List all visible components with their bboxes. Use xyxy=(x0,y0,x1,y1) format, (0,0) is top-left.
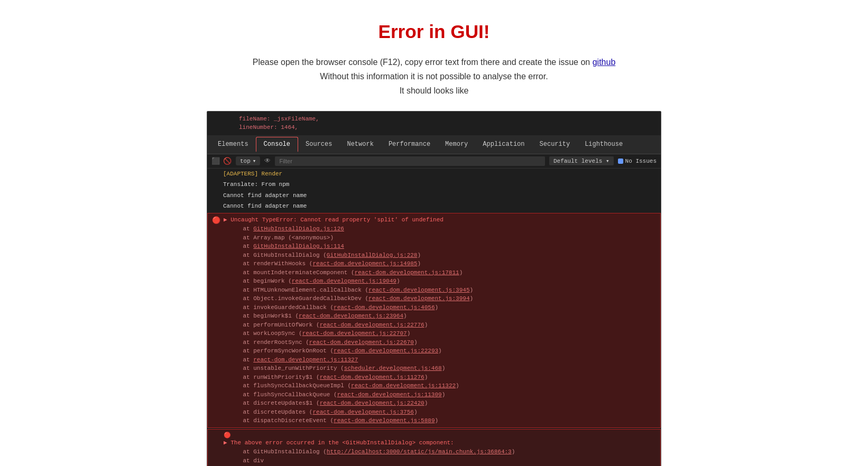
devtools-screenshot: fileName: _jsxFileName, lineNumber: 1464… xyxy=(207,111,661,466)
no-issues-label: No Issues xyxy=(625,158,657,164)
filter-icons: ⬛ 🚫 xyxy=(211,157,232,165)
top-context-selector[interactable]: top ▾ xyxy=(236,156,260,165)
stack-line-12: at performUnitOfWork (react-dom.developm… xyxy=(224,321,656,330)
stack-line-11: at beginWork$1 (react-dom.development.js… xyxy=(224,312,656,321)
stack-line-9: at Object.invokeGuardedCallbackDev (reac… xyxy=(224,294,656,303)
tab-lighthouse[interactable]: Lighthouse xyxy=(577,137,630,151)
stack-line-13: at workLoopSync (react-dom.development.j… xyxy=(224,329,656,338)
stack-line-18: at runWithPriority$1 (react-dom.developm… xyxy=(224,373,656,382)
description-line1: Please open the browser console (F12), c… xyxy=(253,58,593,67)
eye-icon[interactable]: 👁 xyxy=(264,157,271,165)
stack-line-15: at performSyncWorkOnRoot (react-dom.deve… xyxy=(224,347,656,356)
stack-line-16: at react-dom.development.js:11327 xyxy=(224,356,656,365)
stack-line-22: at discreteUpdates (react-dom.developmen… xyxy=(224,408,656,417)
stack2-line-1: at GitHubInstallDialog (http://localhost… xyxy=(224,448,656,456)
stack-line-23: at dispatchDiscreteEvent (react-dom.deve… xyxy=(224,416,656,425)
code-line-1: fileName: _jsxFileName, xyxy=(239,115,629,124)
console-output: [ADAPTERS] Render Translate: From npm Ca… xyxy=(207,169,661,466)
no-issues-dot xyxy=(618,159,623,164)
devtools-tabs-bar: Elements Console Sources Network Perform… xyxy=(207,135,661,154)
stack-line-20: at flushSyncCallbackQueue (react-dom.dev… xyxy=(224,390,656,399)
stack-line-7: at beginWork (react-dom.development.js:1… xyxy=(224,277,656,286)
tab-memory[interactable]: Memory xyxy=(438,137,475,151)
stack-line-6: at mountIndeterminateComponent (react-do… xyxy=(224,268,656,277)
description-line3: It should looks like xyxy=(400,86,469,95)
error-block-1: 🔴 ▶ Uncaught TypeError: Cannot read prop… xyxy=(207,213,661,428)
github-link[interactable]: github xyxy=(593,58,616,67)
stack-line-21: at discreteUpdates$1 (react-dom.developm… xyxy=(224,399,656,408)
console-line-translate: Translate: From npm xyxy=(207,179,661,190)
error-icon-2: 🔴 xyxy=(224,432,231,439)
error-main-1: ▶ Uncaught TypeError: Cannot read proper… xyxy=(224,216,656,225)
code-line-2: lineNumber: 1464, xyxy=(239,123,629,132)
console-line-adapter2: Cannot find adapter name xyxy=(207,201,661,212)
top-label: top xyxy=(240,158,251,164)
stack-line-1: at GitHubInstallDialog.js:126 xyxy=(224,225,656,234)
no-issues-badge: No Issues xyxy=(618,158,657,164)
page-container: Error in GUI! Please open the browser co… xyxy=(0,0,868,466)
stack-line-4: at GitHubInstallDialog (GitHubInstallDia… xyxy=(224,251,656,260)
stack-line-8: at HTMLUnknownElement.callCallback (reac… xyxy=(224,286,656,295)
stack2-line-2: at div xyxy=(224,456,656,465)
tab-elements[interactable]: Elements xyxy=(210,137,256,151)
stack-line-17: at unstable_runWithPriority (scheduler.d… xyxy=(224,364,656,373)
levels-dropdown[interactable]: Default levels ▾ xyxy=(549,156,614,165)
stack-line-5: at renderWithHooks (react-dom.developmen… xyxy=(224,259,656,268)
tab-application[interactable]: Application xyxy=(475,137,532,151)
stop-icon[interactable]: ⬛ xyxy=(211,157,220,165)
stack-line-14: at renderRootSync (react-dom.development… xyxy=(224,338,656,347)
error-block-2: 🔴 ▶ The above error occurred in the <Git… xyxy=(207,429,661,466)
top-dropdown-icon: ▾ xyxy=(253,157,256,164)
devtools-code-snippet: fileName: _jsxFileName, lineNumber: 1464… xyxy=(207,111,661,135)
stack-line-10: at invokeGuardedCallback (react-dom.deve… xyxy=(224,303,656,312)
page-title: Error in GUI! xyxy=(378,21,490,42)
error-description: Please open the browser console (F12), c… xyxy=(253,55,616,98)
filter-input[interactable] xyxy=(275,156,545,166)
clear-icon[interactable]: 🚫 xyxy=(223,157,232,165)
tab-security[interactable]: Security xyxy=(532,137,578,151)
stack-line-3: at GitHubInstallDialog.js:114 xyxy=(224,242,656,251)
error-icon-1: 🔴 xyxy=(212,216,220,225)
tab-console[interactable]: Console xyxy=(256,137,298,152)
error-main-2: ▶ The above error occurred in the <GitHu… xyxy=(224,439,656,448)
devtools-filter-bar: ⬛ 🚫 top ▾ 👁 Default levels ▾ No Issues xyxy=(207,154,661,169)
tab-network[interactable]: Network xyxy=(339,137,381,151)
description-line2: Without this information it is not possi… xyxy=(320,72,548,81)
tab-sources[interactable]: Sources xyxy=(298,137,339,151)
stack-line-2: at Array.map (<anonymous>) xyxy=(224,234,656,243)
tab-performance[interactable]: Performance xyxy=(381,137,438,151)
console-line-adapters: [ADAPTERS] Render xyxy=(207,169,661,180)
console-line-adapter1: Cannot find adapter name xyxy=(207,190,661,201)
stack-line-19: at flushSyncCallbackQueueImpl (react-dom… xyxy=(224,381,656,390)
